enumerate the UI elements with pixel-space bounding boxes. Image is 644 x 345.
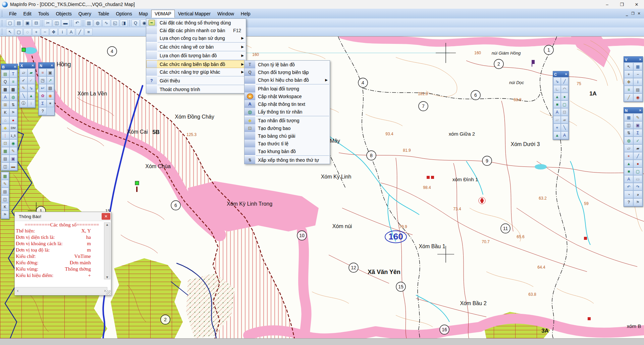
new-mapper-icon[interactable]: ◍: [94, 19, 102, 27]
toolbar-close-icon[interactable]: ✕: [51, 64, 53, 67]
pan-icon[interactable]: ✥: [624, 78, 633, 86]
info-icon[interactable]: i: [633, 78, 642, 86]
camera-icon[interactable]: ▣: [47, 69, 54, 76]
target-icon[interactable]: ⌖: [624, 152, 633, 160]
node-icon[interactable]: ▰: [633, 144, 642, 152]
pencil-icon[interactable]: ✎: [9, 147, 17, 155]
toolbar-title-bar[interactable]: C✕: [553, 71, 569, 77]
select-arrow-icon[interactable]: ↖: [6, 28, 14, 36]
new-grapher-icon[interactable]: ∿: [102, 19, 110, 27]
rect-icon[interactable]: ■: [624, 167, 633, 175]
help-q-icon[interactable]: ?: [39, 107, 47, 115]
menu-item-lựa-chọn-công-cụ-bạn-sử-dụng[interactable]: Lựa chọn công cụ bạn sử dụng▶: [146, 34, 246, 42]
toolbar-close-icon[interactable]: ✕: [639, 109, 642, 112]
target-icon[interactable]: ◉: [633, 93, 642, 101]
pin-icon[interactable]: ⇘: [553, 77, 561, 85]
menu-item-chọn-đối-tượng-biên-tập[interactable]: QChọn đối tượng biên tập: [245, 68, 330, 76]
k-icon[interactable]: K: [1, 203, 9, 211]
k-tool-icon[interactable]: K: [1, 109, 9, 116]
point-icon[interactable]: ●: [633, 160, 642, 167]
rect2-icon[interactable]: ▢: [633, 167, 642, 175]
clipboard-icon[interactable]: ▤: [1, 155, 9, 162]
globe-icon[interactable]: ◍: [9, 93, 17, 101]
zoom-out-icon[interactable]: −: [41, 28, 49, 36]
save-table-icon[interactable]: ▣: [23, 19, 32, 27]
toolbar-title-bar[interactable]: N✕: [39, 63, 54, 68]
dialog-vertical-scrollbar[interactable]: ▲ ▼: [104, 222, 110, 279]
line-icon[interactable]: ╱: [633, 152, 642, 160]
line-icon[interactable]: ╱: [561, 77, 568, 85]
redo-icon[interactable]: ↷: [633, 183, 642, 191]
toolbar-close-icon[interactable]: ✕: [14, 65, 16, 69]
layers-icon[interactable]: ≡: [624, 86, 633, 93]
check-icon[interactable]: ✓: [633, 137, 642, 144]
ruler-icon[interactable]: ╱: [624, 93, 633, 101]
toolbar-title-bar[interactable]: X✕: [19, 63, 35, 68]
add-node-icon[interactable]: ▰: [561, 116, 568, 124]
info-icon[interactable]: i: [58, 28, 66, 36]
new-redistrict-icon[interactable]: ◨: [120, 19, 128, 27]
menu-item-tạo-nhãn-đối-tượng[interactable]: ◆Tạo nhãn đối tượng: [245, 117, 330, 124]
print-icon[interactable]: ⊟: [32, 19, 40, 27]
list-icon[interactable]: ▤: [47, 84, 54, 92]
menu-item-tạo-thước-tỉ-lệ[interactable]: Tạo thước tỉ lệ: [245, 140, 330, 147]
pencil-icon[interactable]: ✎: [1, 180, 9, 188]
frame-icon[interactable]: ⊡: [1, 139, 9, 147]
globe2-icon[interactable]: ◉: [9, 139, 17, 147]
menu-table[interactable]: Table: [95, 10, 112, 18]
chart-icon[interactable]: ↗: [47, 76, 54, 84]
menu-window[interactable]: Window: [214, 10, 237, 18]
dialog-title-bar[interactable]: Thông Báo! ✕: [15, 212, 111, 221]
layers-icon[interactable]: ≡: [9, 78, 17, 85]
undo-icon[interactable]: ↶: [624, 183, 633, 191]
mdi-minimize-icon[interactable]: ‗: [624, 11, 630, 16]
arc-icon[interactable]: ◠: [561, 85, 568, 93]
doc-icon[interactable]: ▤: [1, 188, 9, 195]
menu-help[interactable]: Help: [237, 10, 254, 18]
menu-item-tạo-bảng-chú-giải[interactable]: Tạo bảng chú giải: [245, 132, 330, 140]
zoom-in-icon[interactable]: +: [32, 28, 40, 36]
menu-item-các-chức-năng-vẽ-cơ-bản[interactable]: Các chức năng vẽ cơ bản▶: [146, 43, 246, 51]
save-icon[interactable]: ▣: [9, 155, 17, 162]
home-icon[interactable]: ⌂: [1, 116, 9, 124]
mdi-close-icon[interactable]: ✕: [636, 11, 642, 16]
scroll-right-icon[interactable]: ›: [104, 288, 106, 293]
polygon-tool-icon[interactable]: ▲: [28, 92, 35, 99]
workspace-icon[interactable]: ▤: [1, 70, 9, 78]
text-icon[interactable]: A: [553, 108, 561, 116]
menu-item-tạo-đường-bao[interactable]: ⊡Tạo đường bao: [245, 124, 330, 132]
line-arrow-icon[interactable]: ╲: [561, 124, 568, 131]
toolbar-title-bar[interactable]: B✕: [1, 64, 17, 70]
sort-az-icon[interactable]: ⇅: [9, 101, 17, 109]
menu-objects[interactable]: Objects: [52, 10, 75, 18]
pencil-icon[interactable]: ✎: [633, 114, 642, 121]
zoom-out-icon[interactable]: −: [633, 70, 642, 78]
menu-item-cài-đặt-các-thông-số-thường-dùng[interactable]: ➥Cài đặt các thông số thường dùng: [146, 19, 246, 26]
copy-icon[interactable]: ◫: [1, 195, 9, 203]
minimize-button[interactable]: –: [600, 0, 614, 8]
organize-icon[interactable]: ⊞: [1, 101, 9, 109]
pin-icon[interactable]: ⇘: [28, 84, 35, 92]
add-node-icon[interactable]: ▰: [28, 69, 35, 76]
polygon-flag-icon[interactable]: ▲: [553, 131, 561, 139]
text-tool-icon[interactable]: T: [9, 70, 17, 78]
scroll-left-icon[interactable]: ‹: [17, 288, 18, 293]
menu-query[interactable]: Query: [75, 10, 95, 18]
pin-arrow-icon[interactable]: ⌖: [553, 124, 561, 131]
cut-icon[interactable]: ✂: [44, 19, 52, 27]
dialog-resize-grip[interactable]: [106, 290, 111, 295]
new-browser-icon[interactable]: ▥: [85, 19, 93, 27]
toolbar-title-bar[interactable]: N✕: [624, 108, 643, 113]
sum-icon[interactable]: Σ: [633, 129, 642, 137]
reshape-icon[interactable]: ▱: [624, 144, 633, 152]
menu-item-giới-thiệu[interactable]: ?Giới thiệu: [146, 77, 246, 84]
radius-select-icon[interactable]: ◌: [23, 28, 32, 36]
menu-tools[interactable]: Tools: [35, 10, 53, 18]
flag-icon[interactable]: ⚑: [1, 211, 9, 218]
equals-icon[interactable]: =: [39, 69, 47, 76]
tag-icon[interactable]: ◆: [1, 124, 9, 132]
menu-item-lựa-chọn-đối-tượng-bản-đồ[interactable]: Lựa chọn đối tượng bản đồ▶: [146, 52, 246, 59]
rectangle-icon[interactable]: ■: [553, 100, 561, 108]
maximize-button[interactable]: ❒: [614, 0, 629, 8]
clock2-icon[interactable]: ◕: [633, 191, 642, 198]
